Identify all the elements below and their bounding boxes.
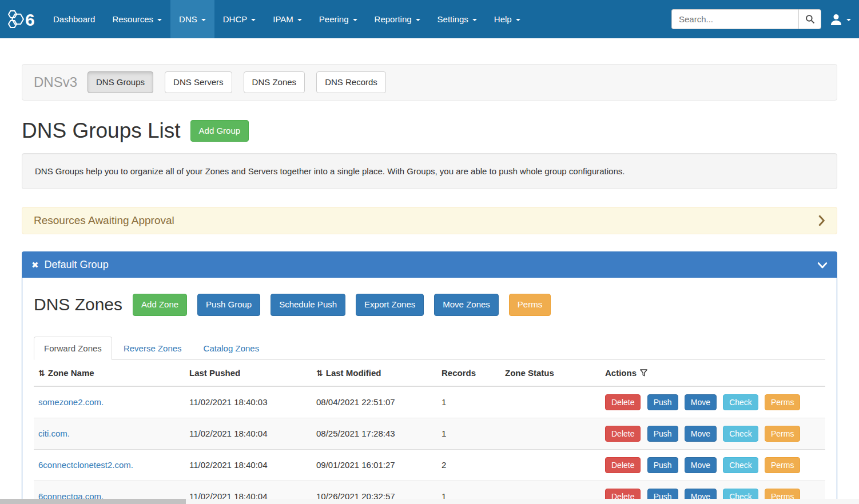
column-header-zone-status[interactable]: Zone Status (500, 360, 600, 386)
dns-zones-title: DNS Zones (34, 295, 122, 314)
chevron-down-icon (297, 19, 302, 21)
search-group (671, 9, 821, 29)
check-button[interactable]: Check (723, 394, 758, 410)
filter-icon[interactable] (640, 369, 647, 377)
perms-button[interactable]: Perms (765, 394, 800, 410)
tab-reverse-zones[interactable]: Reverse Zones (113, 337, 192, 360)
main-menu: Dashboard Resources DNS DHCP IPAM Peerin… (45, 0, 529, 38)
move-zones-button[interactable]: Move Zones (434, 294, 499, 315)
description-text: DNS Groups help you to organize all of y… (35, 166, 625, 176)
page-title-row: DNS Groups List Add Group (22, 119, 837, 143)
zones-table: ⇅Zone Name Last Pushed ⇅Last Modified Re… (34, 360, 825, 504)
close-icon[interactable]: ✖ (31, 260, 39, 270)
collapse-toggle[interactable] (817, 261, 828, 270)
group-panel-header[interactable]: ✖ Default Group (22, 252, 837, 278)
schedule-push-button[interactable]: Schedule Push (271, 294, 345, 315)
approval-banner-label: Resources Awaiting Approval (34, 214, 174, 227)
nav-item-dns[interactable]: DNS (170, 0, 214, 38)
column-header-last-modified[interactable]: ⇅Last Modified (312, 360, 437, 386)
push-group-button[interactable]: Push Group (197, 294, 260, 315)
delete-button[interactable]: Delete (605, 457, 641, 473)
delete-button[interactable]: Delete (605, 394, 641, 410)
add-group-button[interactable]: Add Group (190, 120, 249, 142)
dns-zones-header: DNS Zones Add Zone Push Group Schedule P… (34, 294, 825, 315)
column-header-last-pushed[interactable]: Last Pushed (185, 360, 312, 386)
dnsv3-label: DNSv3 (34, 74, 77, 90)
move-button[interactable]: Move (685, 457, 717, 473)
column-header-zone-name[interactable]: ⇅Zone Name (34, 360, 185, 386)
chevron-down-icon (353, 19, 357, 21)
scrollbar-thumb[interactable] (0, 499, 186, 504)
tab-catalog-zones[interactable]: Catalog Zones (193, 337, 270, 360)
chevron-down-icon (157, 19, 162, 21)
nav-item-reporting[interactable]: Reporting (366, 0, 429, 38)
column-header-actions[interactable]: Actions (600, 360, 825, 386)
subnav-button-dns-servers[interactable]: DNS Servers (165, 71, 232, 93)
move-button[interactable]: Move (685, 394, 717, 410)
description-well: DNS Groups help you to organize all of y… (22, 153, 837, 189)
records-cell: 1 (437, 418, 500, 449)
top-navbar: 6 Dashboard Resources DNS DHCP IPAM Peer… (0, 0, 859, 38)
check-button[interactable]: Check (723, 426, 758, 442)
svg-text:6: 6 (25, 10, 35, 29)
nav-item-dhcp[interactable]: DHCP (214, 0, 265, 38)
zone-link[interactable]: somezone2.com. (38, 397, 104, 407)
sort-icon: ⇅ (316, 369, 323, 378)
zone-status-cell (500, 418, 600, 449)
push-button[interactable]: Push (647, 457, 678, 473)
search-input[interactable] (671, 9, 798, 29)
zone-status-cell (500, 386, 600, 418)
check-button[interactable]: Check (723, 457, 758, 473)
chevron-down-icon (846, 19, 851, 21)
approval-banner[interactable]: Resources Awaiting Approval (22, 207, 837, 234)
perms-button[interactable]: Perms (765, 457, 800, 473)
add-zone-button[interactable]: Add Zone (133, 294, 187, 315)
zone-link[interactable]: citi.com. (38, 429, 70, 438)
search-button[interactable] (798, 9, 821, 29)
chevron-down-icon (201, 19, 206, 21)
push-button[interactable]: Push (647, 394, 678, 410)
subnav-button-dns-groups[interactable]: DNS Groups (88, 71, 153, 93)
column-header-records[interactable]: Records (437, 360, 500, 386)
chevron-down-icon (416, 19, 420, 21)
nav-item-help[interactable]: Help (486, 0, 529, 38)
search-icon (805, 14, 815, 24)
app-logo[interactable]: 6 (0, 0, 45, 38)
chevron-down-icon (817, 261, 828, 270)
actions-cell: Delete Push Move Check Perms (600, 449, 825, 481)
push-button[interactable]: Push (647, 426, 678, 442)
perms-button-group[interactable]: Perms (509, 294, 551, 315)
nav-item-peering[interactable]: Peering (311, 0, 366, 38)
zones-tabs: Forward Zones Reverse Zones Catalog Zone… (34, 337, 825, 360)
move-button[interactable]: Move (685, 426, 717, 442)
chevron-down-icon (251, 19, 256, 21)
navbar-right (671, 0, 859, 38)
last-modified-cell: 08/25/2021 17:28:43 (312, 418, 437, 449)
chevron-down-icon (516, 19, 520, 21)
nav-item-settings[interactable]: Settings (429, 0, 486, 38)
table-row: 6connectclonetest2.com. 11/02/2021 18:40… (34, 449, 825, 481)
delete-button[interactable]: Delete (605, 426, 641, 442)
group-panel-body: DNS Zones Add Zone Push Group Schedule P… (22, 278, 837, 504)
last-pushed-cell: 11/02/2021 18:40:04 (185, 418, 312, 449)
last-modified-cell: 08/04/2021 22:51:07 (312, 386, 437, 418)
horizontal-scrollbar[interactable] (0, 499, 859, 504)
export-zones-button[interactable]: Export Zones (356, 294, 424, 315)
user-menu[interactable] (830, 14, 851, 25)
nav-item-ipam[interactable]: IPAM (264, 0, 311, 38)
brand-hexagon-icon: 6 (6, 6, 37, 33)
table-row: somezone2.com. 11/02/2021 18:40:03 08/04… (34, 386, 825, 418)
subnav-button-dns-records[interactable]: DNS Records (316, 71, 386, 93)
perms-button[interactable]: Perms (765, 426, 800, 442)
nav-item-resources[interactable]: Resources (104, 0, 170, 38)
zone-link[interactable]: 6connectclonetest2.com. (38, 460, 133, 470)
chevron-down-icon (472, 19, 477, 21)
nav-item-dashboard[interactable]: Dashboard (45, 0, 104, 38)
table-row: citi.com. 11/02/2021 18:40:04 08/25/2021… (34, 418, 825, 449)
subnav-button-dns-zones[interactable]: DNS Zones (244, 71, 305, 93)
default-group-panel: ✖ Default Group DNS Zones Add Zone Push … (22, 251, 837, 504)
dnsv3-toolbar: DNSv3 DNS Groups DNS Servers DNS Zones D… (22, 64, 837, 101)
tab-forward-zones[interactable]: Forward Zones (34, 337, 112, 360)
user-icon (830, 14, 842, 25)
actions-cell: Delete Push Move Check Perms (600, 386, 825, 418)
